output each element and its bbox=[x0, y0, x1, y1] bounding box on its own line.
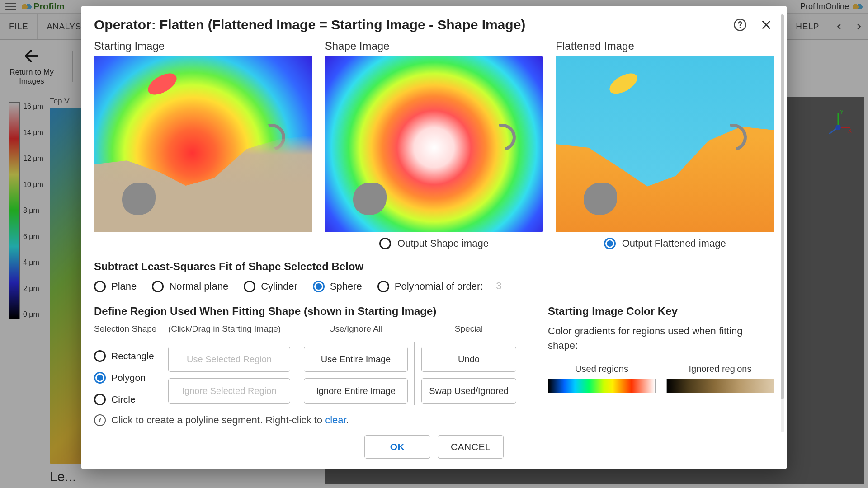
svg-point-7 bbox=[740, 27, 741, 28]
fit-heading: Subtract Least-Squares Fit of Shape Sele… bbox=[94, 260, 774, 273]
starting-image-label: Starting Image bbox=[94, 40, 312, 52]
selection-circle[interactable]: Circle bbox=[94, 394, 168, 405]
clear-link[interactable]: clear bbox=[325, 414, 346, 426]
flattened-image-label: Flattened Image bbox=[556, 40, 774, 52]
shape-image-label: Shape Image bbox=[325, 40, 543, 52]
help-icon bbox=[733, 18, 747, 32]
used-regions-label: Used regions bbox=[548, 364, 656, 374]
ok-button[interactable]: OK bbox=[364, 435, 430, 459]
flattened-image bbox=[556, 56, 774, 232]
use-entire-image-button[interactable]: Use Entire Image bbox=[304, 347, 408, 372]
ignore-entire-image-button[interactable]: Ignore Entire Image bbox=[304, 378, 408, 404]
color-key-desc: Color gradients for regions used when fi… bbox=[548, 324, 774, 353]
flatten-dialog: Operator: Flatten (Flattened Image = Sta… bbox=[81, 6, 787, 469]
cancel-button[interactable]: CANCEL bbox=[438, 435, 504, 459]
output-flattened-label: Output Flattened image bbox=[622, 238, 726, 249]
selection-rectangle[interactable]: Rectangle bbox=[94, 350, 168, 362]
shape-sphere[interactable]: Sphere bbox=[313, 281, 362, 292]
used-regions-swatch bbox=[548, 379, 656, 393]
region-heading: Define Region Used When Fitting Shape (s… bbox=[94, 305, 521, 318]
shape-cylinder[interactable]: Cylinder bbox=[244, 281, 297, 292]
shape-polynomial[interactable]: Polynomial of order: bbox=[377, 279, 509, 293]
col-useignore-header: Use/Ignore All bbox=[304, 324, 408, 334]
shape-normal-plane[interactable]: Normal plane bbox=[152, 281, 228, 292]
info-icon: i bbox=[94, 414, 106, 426]
dialog-title: Operator: Flatten (Flattened Image = Sta… bbox=[94, 17, 732, 33]
ignore-selected-region-button[interactable]: Ignore Selected Region bbox=[168, 378, 290, 404]
starting-image[interactable] bbox=[94, 56, 312, 232]
ignored-regions-swatch bbox=[666, 379, 774, 393]
use-selected-region-button[interactable]: Use Selected Region bbox=[168, 347, 290, 372]
shape-plane[interactable]: Plane bbox=[94, 281, 137, 292]
help-button[interactable] bbox=[732, 17, 748, 33]
col-selection-header: Selection Shape bbox=[94, 324, 168, 334]
hint-text: Click to create a polyline segment. Righ… bbox=[111, 414, 325, 426]
ignored-regions-label: Ignored regions bbox=[666, 364, 774, 374]
swap-used-ignored-button[interactable]: Swap Used/Ignored bbox=[421, 378, 516, 404]
dialog-scrollbar[interactable] bbox=[781, 14, 784, 432]
col-special-header: Special bbox=[421, 324, 516, 334]
shape-image bbox=[325, 56, 543, 232]
modal-overlay: Operator: Flatten (Flattened Image = Sta… bbox=[0, 0, 868, 488]
output-shape-label: Output Shape image bbox=[397, 238, 489, 249]
color-key-heading: Starting Image Color Key bbox=[548, 305, 774, 318]
close-button[interactable] bbox=[759, 17, 774, 33]
output-flattened-radio[interactable] bbox=[604, 238, 616, 249]
hint-row: i Click to create a polyline segment. Ri… bbox=[94, 414, 774, 426]
undo-button[interactable]: Undo bbox=[421, 347, 516, 372]
polynomial-order-input[interactable] bbox=[488, 279, 509, 293]
output-shape-radio[interactable] bbox=[379, 238, 391, 249]
close-icon bbox=[760, 19, 772, 31]
selection-polygon[interactable]: Polygon bbox=[94, 372, 168, 384]
col-clickdrag-header: (Click/Drag in Starting Image) bbox=[168, 324, 290, 334]
